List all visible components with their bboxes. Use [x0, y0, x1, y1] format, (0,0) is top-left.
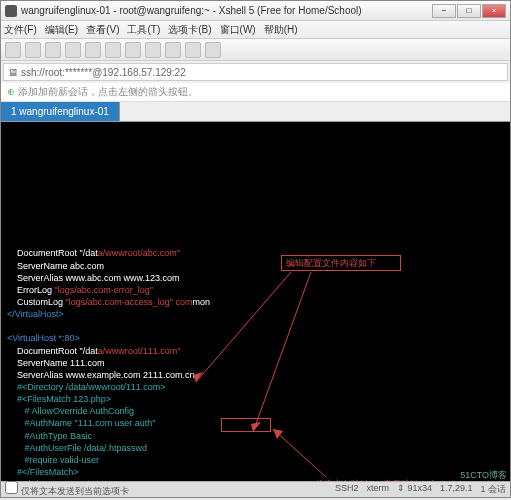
- terminal-line: ServerAlias www.example.com 2111.com.cn: [7, 369, 504, 381]
- terminal[interactable]: 编辑配置文件内容如下 301代表永久跳转，L表示跳转一次 302为临时跳转 Do…: [1, 122, 510, 481]
- annotation-text-2: 301代表永久跳转，L表示跳转一次: [301, 478, 437, 481]
- app-window: wangruifenglinux-01 - root@wangruifeng:~…: [0, 0, 511, 498]
- terminal-line: ServerName abc.com: [7, 260, 504, 272]
- menu-tabs[interactable]: 选项卡(B): [168, 23, 211, 37]
- app-icon: [5, 5, 17, 17]
- status-size: ⇕ 91x34: [397, 483, 432, 496]
- status-ssh: SSH2: [335, 483, 359, 496]
- terminal-line: #<FilesMatch 123.php>: [7, 393, 504, 405]
- terminal-line: <VirtualHost *:80>: [7, 332, 504, 344]
- status-pos: 1.7,29.1: [440, 483, 473, 496]
- menu-window[interactable]: 窗口(W): [220, 23, 256, 37]
- watermark: 51CTO博客: [460, 469, 507, 482]
- titlebar: wangruifenglinux-01 - root@wangruifeng:~…: [1, 1, 510, 21]
- tb-help-icon[interactable]: [205, 42, 221, 58]
- terminal-line: ServerAlias www.abc.com www.123.com: [7, 272, 504, 284]
- annotation-text-1: 编辑配置文件内容如下: [286, 257, 376, 269]
- tb-copy-icon[interactable]: [85, 42, 101, 58]
- maximize-button[interactable]: □: [457, 4, 481, 18]
- terminal-line: DocumentRoot "/data/wwwroot/abc.com": [7, 247, 504, 259]
- terminal-line: # AllowOverride AuthConfig: [7, 405, 504, 417]
- terminal-line: CustomLog "logs/abc.com-access_log" comm…: [7, 296, 504, 308]
- tb-new-icon[interactable]: [5, 42, 21, 58]
- terminal-line: [7, 320, 504, 332]
- terminal-line: ServerName 111.com: [7, 357, 504, 369]
- tab-session-1[interactable]: 1 wangruifenglinux-01: [1, 102, 120, 121]
- terminal-line: #<Directory /data/wwwroot/111.com>: [7, 381, 504, 393]
- terminal-line: DocumentRoot "/data/wwwroot/111.com": [7, 345, 504, 357]
- menu-help[interactable]: 帮助(H): [264, 23, 298, 37]
- terminal-line: #AuthName "111.com user auth": [7, 417, 504, 429]
- menu-edit[interactable]: 编辑(E): [45, 23, 78, 37]
- terminal-line: #AuthUserFile /data/.htpasswd: [7, 442, 504, 454]
- menubar: 文件(F) 编辑(E) 查看(V) 工具(T) 选项卡(B) 窗口(W) 帮助(…: [1, 21, 510, 39]
- minimize-button[interactable]: −: [432, 4, 456, 18]
- tb-reconnect-icon[interactable]: [45, 42, 61, 58]
- statusbar: 仅将文本发送到当前选项卡 SSH2 xterm ⇕ 91x34 1.7,29.1…: [1, 481, 510, 497]
- menu-view[interactable]: 查看(V): [86, 23, 119, 37]
- menu-file[interactable]: 文件(F): [4, 23, 37, 37]
- tb-paste-icon[interactable]: [105, 42, 121, 58]
- status-term: xterm: [366, 483, 389, 496]
- tb-color-icon[interactable]: [145, 42, 161, 58]
- tabstrip: 1 wangruifenglinux-01: [1, 102, 510, 122]
- send-current-tab-checkbox[interactable]: [5, 481, 18, 494]
- tb-open-icon[interactable]: [25, 42, 41, 58]
- status-hint: 仅将文本发送到当前选项卡: [21, 486, 129, 496]
- address-bar[interactable]: 🖥ssh://root:*******@192.168.57.129:22: [3, 63, 508, 81]
- tb-settings-icon[interactable]: [185, 42, 201, 58]
- terminal-line: #AuthType Basic: [7, 430, 504, 442]
- status-sessions: 1 会话: [480, 483, 506, 496]
- session-hint: ⊕ 添加加前新会话，点击左侧的箭头按钮。: [1, 83, 510, 102]
- terminal-line: ErrorLog "logs/abc.com-error_log": [7, 284, 504, 296]
- terminal-line: #require valid-user: [7, 454, 504, 466]
- toolbar: [1, 39, 510, 61]
- close-button[interactable]: ×: [482, 4, 506, 18]
- tb-disconnect-icon[interactable]: [65, 42, 81, 58]
- tb-find-icon[interactable]: [125, 42, 141, 58]
- menu-tools[interactable]: 工具(T): [127, 23, 160, 37]
- tb-font-icon[interactable]: [165, 42, 181, 58]
- terminal-line: #</FilesMatch>: [7, 466, 504, 478]
- terminal-line: </VirtualHost>: [7, 308, 504, 320]
- window-title: wangruifenglinux-01 - root@wangruifeng:~…: [21, 5, 432, 16]
